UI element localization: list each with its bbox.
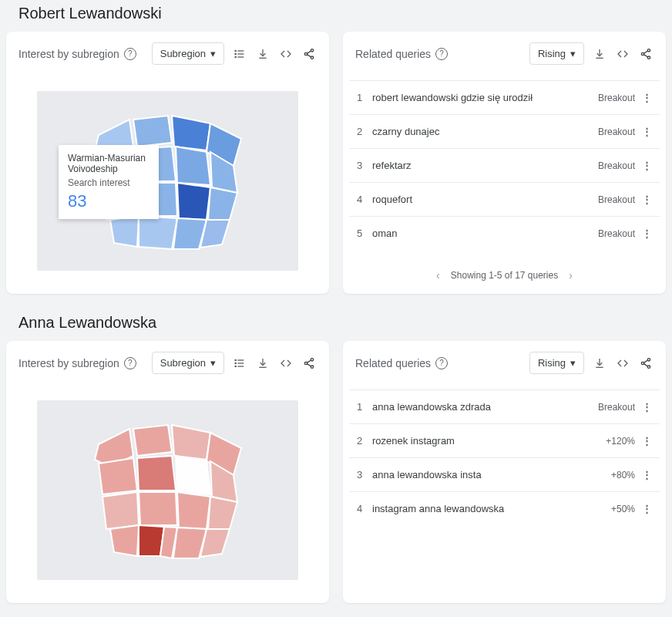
section-anna: Anna Lewandowska Interest by subregion ?… xyxy=(6,309,666,603)
query-rank: 3 xyxy=(357,160,372,171)
interest-map-card: Interest by subregion ? Subregion ▾ xyxy=(6,32,329,294)
help-icon[interactable]: ? xyxy=(124,357,136,369)
svg-line-30 xyxy=(643,360,647,362)
section-title: Robert Lewandowski xyxy=(6,0,666,32)
query-rank: 5 xyxy=(357,228,372,239)
query-row[interactable]: 3 anna lewandowska insta +80% ⋮ xyxy=(349,457,660,491)
embed-icon[interactable] xyxy=(278,46,294,62)
svg-point-3 xyxy=(235,50,236,51)
svg-line-31 xyxy=(643,363,647,366)
embed-icon[interactable] xyxy=(615,46,630,62)
help-icon[interactable]: ? xyxy=(124,48,136,60)
query-text: roquefort xyxy=(372,194,598,205)
query-text: oman xyxy=(372,228,598,239)
caret-down-icon: ▾ xyxy=(570,48,576,59)
map-area[interactable] xyxy=(37,400,298,580)
query-row[interactable]: 1 anna lewandowska zdrada Breakout ⋮ xyxy=(349,389,660,423)
query-row[interactable]: 5 oman Breakout ⋮ xyxy=(349,216,660,250)
query-row[interactable]: 3 refektarz Breakout ⋮ xyxy=(349,148,660,182)
related-queries-card: Related queries ? Rising ▾ xyxy=(343,341,666,603)
more-icon[interactable]: ⋮ xyxy=(641,92,652,103)
more-icon[interactable]: ⋮ xyxy=(641,401,652,413)
download-icon[interactable] xyxy=(255,46,270,62)
query-rank: 2 xyxy=(357,435,372,447)
caret-down-icon: ▾ xyxy=(210,357,216,369)
tooltip-region: Warmian-Masurian Voivodeship xyxy=(68,153,150,174)
list-icon[interactable] xyxy=(232,46,247,62)
embed-icon[interactable] xyxy=(278,356,294,371)
svg-line-25 xyxy=(307,360,311,362)
query-value: +80% xyxy=(611,470,635,480)
next-page-icon[interactable]: › xyxy=(569,269,573,282)
share-icon[interactable] xyxy=(301,356,317,371)
map-tooltip: Warmian-Masurian Voivodeship Search inte… xyxy=(59,145,159,219)
more-icon[interactable]: ⋮ xyxy=(641,194,652,205)
query-row[interactable]: 2 czarny dunajec Breakout ⋮ xyxy=(349,114,660,148)
download-icon[interactable] xyxy=(592,46,607,62)
tooltip-label: Search interest xyxy=(68,177,150,188)
share-icon[interactable] xyxy=(638,356,654,371)
related-queries-card: Related queries ? Rising ▾ xyxy=(343,32,666,294)
card-title: Interest by subregion xyxy=(18,357,119,369)
more-icon[interactable]: ⋮ xyxy=(641,435,652,447)
query-value: Breakout xyxy=(598,126,635,137)
card-title: Interest by subregion xyxy=(18,48,119,60)
svg-point-5 xyxy=(235,56,236,57)
pager: ‹ Showing 1-5 of 17 queries › xyxy=(343,260,666,294)
more-icon[interactable]: ⋮ xyxy=(641,160,652,171)
query-text: anna lewandowska zdrada xyxy=(372,401,598,413)
svg-line-14 xyxy=(643,51,647,53)
query-text: refektarz xyxy=(372,160,598,171)
query-value: Breakout xyxy=(598,93,635,103)
query-list: 1 robert lewandowski gdzie się urodził B… xyxy=(343,76,666,260)
query-text: czarny dunajec xyxy=(372,126,598,137)
query-rank: 1 xyxy=(357,92,372,103)
more-icon[interactable]: ⋮ xyxy=(641,228,652,239)
query-text: rozenek instagram xyxy=(372,435,606,447)
map-area[interactable]: Warmian-Masurian Voivodeship Search inte… xyxy=(37,91,298,271)
share-icon[interactable] xyxy=(638,46,654,62)
query-rank: 2 xyxy=(357,126,372,137)
svg-point-20 xyxy=(235,362,236,363)
subregion-dropdown[interactable]: Subregion ▾ xyxy=(152,352,224,374)
dropdown-label: Rising xyxy=(538,357,566,369)
svg-line-10 xyxy=(307,54,311,56)
card-title: Related queries xyxy=(355,357,431,369)
share-icon[interactable] xyxy=(301,46,317,62)
svg-line-26 xyxy=(307,363,311,366)
query-text: robert lewandowski gdzie się urodził xyxy=(372,92,598,103)
query-row[interactable]: 4 instagram anna lewandowska +50% ⋮ xyxy=(349,491,660,525)
download-icon[interactable] xyxy=(592,356,607,371)
section-robert: Robert Lewandowski Interest by subregion… xyxy=(6,0,666,294)
download-icon[interactable] xyxy=(255,356,270,371)
dropdown-label: Subregion xyxy=(160,48,206,59)
interest-map-card: Interest by subregion ? Subregion ▾ xyxy=(6,341,329,603)
query-row[interactable]: 2 rozenek instagram +120% ⋮ xyxy=(349,423,660,457)
caret-down-icon: ▾ xyxy=(570,357,576,369)
query-value: +120% xyxy=(606,436,635,447)
help-icon[interactable]: ? xyxy=(435,48,448,60)
list-icon[interactable] xyxy=(232,356,247,371)
caret-down-icon: ▾ xyxy=(210,48,216,59)
card-title: Related queries xyxy=(355,48,431,60)
query-row[interactable]: 4 roquefort Breakout ⋮ xyxy=(349,182,660,216)
query-row[interactable]: 1 robert lewandowski gdzie się urodził B… xyxy=(349,80,660,114)
embed-icon[interactable] xyxy=(615,356,630,371)
svg-point-19 xyxy=(235,359,236,360)
query-value: Breakout xyxy=(598,228,635,239)
more-icon[interactable]: ⋮ xyxy=(641,503,652,514)
query-text: anna lewandowska insta xyxy=(372,469,611,480)
query-value: +50% xyxy=(611,504,635,514)
query-value: Breakout xyxy=(598,194,635,205)
query-rank: 4 xyxy=(357,503,372,514)
subregion-dropdown[interactable]: Subregion ▾ xyxy=(152,42,224,65)
rising-dropdown[interactable]: Rising ▾ xyxy=(529,352,584,374)
pager-text: Showing 1-5 of 17 queries xyxy=(451,270,558,281)
prev-page-icon[interactable]: ‹ xyxy=(436,269,440,282)
more-icon[interactable]: ⋮ xyxy=(641,469,652,480)
svg-point-4 xyxy=(235,53,236,54)
help-icon[interactable]: ? xyxy=(435,357,448,369)
section-title: Anna Lewandowska xyxy=(6,309,666,341)
more-icon[interactable]: ⋮ xyxy=(641,126,652,137)
rising-dropdown[interactable]: Rising ▾ xyxy=(529,42,584,65)
